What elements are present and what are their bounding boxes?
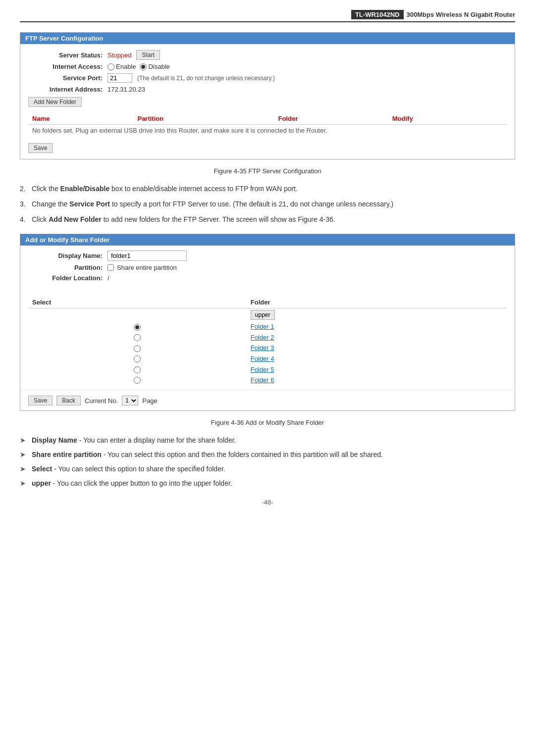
disable-radio[interactable]: Disable <box>140 63 169 70</box>
ftp-config-body: Server Status: Stopped Start Internet Ac… <box>20 44 515 159</box>
folder-location-text: / <box>107 274 109 282</box>
share-entire-partition-checkbox[interactable] <box>107 264 114 271</box>
bullet-1-content: Display Name - You can enter a display n… <box>32 435 236 446</box>
folder-row: Folder 2 <box>28 332 507 343</box>
internet-access-value: Enable Disable <box>107 63 170 70</box>
folder-link-2[interactable]: Folder 2 <box>251 334 274 341</box>
display-name-value <box>107 251 187 261</box>
internet-access-row: Internet Access: Enable Disable <box>28 63 507 70</box>
service-port-label: Service Port: <box>28 74 107 82</box>
add-new-folder-button[interactable]: Add New Folder <box>28 97 82 107</box>
list-item-4: 4. Click Add New Folder to add new folde… <box>20 214 515 225</box>
figure1-caption: Figure 4-35 FTP Server Configuration <box>20 167 515 175</box>
list-item-2: 2. Click the Enable/Disable box to enabl… <box>20 184 515 194</box>
item-2-num: 2. <box>20 184 32 194</box>
internet-address-label: Internet Address: <box>28 86 107 93</box>
partition-label: Partition: <box>28 264 107 271</box>
item-2-content: Click the Enable/Disable box to enable/d… <box>32 184 515 194</box>
share-folder-box: Add or Modify Share Folder Display Name:… <box>20 234 515 411</box>
service-port-hint: (The default is 21, do not change unless… <box>137 75 275 82</box>
col-modify: Modify <box>388 113 507 125</box>
enable-radio-circle[interactable] <box>107 63 114 70</box>
folder-link-1[interactable]: Folder 1 <box>251 323 274 330</box>
internet-address-value: 172.31.20.23 <box>107 86 145 93</box>
bullet-arrow-2: ➤ <box>20 450 30 460</box>
status-stopped-text: Stopped <box>107 51 131 59</box>
server-status-value: Stopped Start <box>107 50 160 60</box>
display-name-input[interactable] <box>107 251 187 261</box>
ftp-config-title: FTP Server Configuration <box>20 33 515 44</box>
enable-radio[interactable]: Enable <box>107 63 136 70</box>
folder-location-label: Folder Location: <box>28 274 107 282</box>
bullet-share-partition: ➤ Share entire partition - You can selec… <box>20 450 515 460</box>
folder-radio-4[interactable] <box>134 355 141 362</box>
folder-radio-1[interactable] <box>134 324 141 331</box>
internet-address-row: Internet Address: 172.31.20.23 <box>28 86 507 93</box>
folder-table: Name Partition Folder Modify No folders … <box>28 113 507 136</box>
item-3-bold: Service Port <box>69 200 110 208</box>
bullet-4-bold: upper <box>32 479 51 487</box>
start-button[interactable]: Start <box>136 50 160 60</box>
bullet-2-bold: Share entire partition <box>32 451 102 458</box>
upper-button[interactable]: upper <box>251 310 275 320</box>
current-no-label: Current No. <box>85 397 118 404</box>
folder-row: Folder 5 <box>28 364 507 375</box>
bullet-1-bold: Display Name <box>32 436 77 444</box>
enable-label: Enable <box>116 63 136 70</box>
instructions-list: 2. Click the Enable/Disable box to enabl… <box>20 184 515 225</box>
folder-row: Folder 6 <box>28 375 507 386</box>
item-4-num: 4. <box>20 214 32 225</box>
add-folder-row: Add New Folder <box>28 97 507 107</box>
page-select[interactable]: 1 <box>122 396 138 405</box>
item-4-content: Click Add New Folder to add new folders … <box>32 214 515 225</box>
bottom-btn-row: Save Back Current No. 1 Page <box>20 390 515 410</box>
item-3-content: Change the Service Port to specify a por… <box>32 199 515 209</box>
service-port-input[interactable] <box>107 73 132 83</box>
figure2-caption: Figure 4-36 Add or Modify Share Folder <box>20 419 515 426</box>
folder-radio-2[interactable] <box>134 334 141 341</box>
folder-col-header: Folder <box>247 297 507 308</box>
model-description: 300Mbps Wireless N Gigabit Router <box>407 11 516 18</box>
folder-row: Folder 4 <box>28 353 507 364</box>
share-entire-partition-label: Share entire partition <box>117 264 177 271</box>
folder-link-5[interactable]: Folder 5 <box>251 366 274 373</box>
upper-btn-row: upper <box>28 308 507 322</box>
disable-radio-circle[interactable] <box>140 63 147 70</box>
table-row: No folders set. Plug an external USB dri… <box>28 125 507 137</box>
folder-location-row: Folder Location: / <box>28 274 507 282</box>
bullet-arrow-3: ➤ <box>20 464 30 474</box>
share-folder-title: Add or Modify Share Folder <box>20 234 515 246</box>
server-status-label: Server Status: <box>28 51 107 59</box>
folder-radio-6[interactable] <box>134 377 141 384</box>
folder-radio-5[interactable] <box>134 366 141 373</box>
folder-link-3[interactable]: Folder 3 <box>251 344 274 352</box>
bullet-4-content: upper - You can click the upper button t… <box>32 478 232 489</box>
bullet-list: ➤ Display Name - You can enter a display… <box>20 435 515 489</box>
folder-link-4[interactable]: Folder 4 <box>251 355 274 362</box>
display-name-label: Display Name: <box>28 252 107 259</box>
page-label: Page <box>142 397 157 404</box>
bullet-arrow-1: ➤ <box>20 435 30 446</box>
no-folder-message: No folders set. Plug an external USB dri… <box>28 125 507 137</box>
back-button[interactable]: Back <box>56 396 81 405</box>
col-folder: Folder <box>274 113 388 125</box>
page-number: -48- <box>20 499 515 506</box>
bullet-select: ➤ Select - You can select this option to… <box>20 464 515 474</box>
ftp-config-box: FTP Server Configuration Server Status: … <box>20 32 515 159</box>
col-partition: Partition <box>133 113 274 125</box>
folder-select-header: Select Folder <box>28 297 507 308</box>
folder-location-value: / <box>107 274 109 282</box>
service-port-value: (The default is 21, do not change unless… <box>107 73 275 83</box>
ftp-save-button[interactable]: Save <box>28 143 53 153</box>
folder-row: Folder 3 <box>28 343 507 353</box>
display-name-row: Display Name: <box>28 251 507 261</box>
col-name: Name <box>28 113 133 125</box>
page-header: TL-WR1042ND 300Mbps Wireless N Gigabit R… <box>20 10 515 22</box>
model-name: TL-WR1042ND <box>351 10 404 19</box>
folder-link-6[interactable]: Folder 6 <box>251 376 274 384</box>
share-folder-save-button[interactable]: Save <box>28 396 53 405</box>
folder-radio-3[interactable] <box>134 345 141 352</box>
folder-row: Folder 1 <box>28 321 507 332</box>
select-col-header: Select <box>28 297 247 308</box>
internet-address-text: 172.31.20.23 <box>107 86 145 93</box>
